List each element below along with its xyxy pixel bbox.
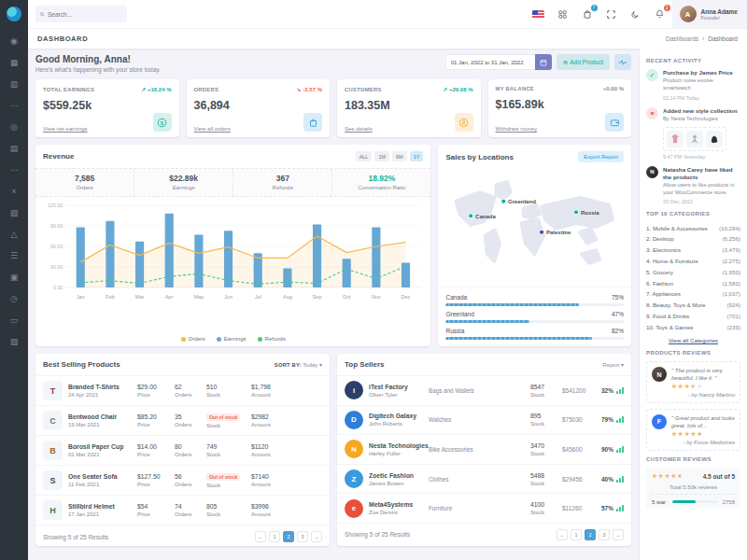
seller-company[interactable]: Nesta Technologies (369, 442, 429, 449)
product-name[interactable]: One Seater Sofa (68, 473, 137, 480)
tables-icon[interactable]: ▣ (10, 267, 19, 288)
category-row[interactable]: 4. Home & Furniture(2,275) (646, 256, 740, 267)
marker-palestine[interactable]: Palestine (546, 230, 571, 235)
seller-company[interactable]: iTest Factory (369, 384, 429, 390)
products-sort-dropdown[interactable]: SORT BY: Today ▾ (275, 361, 322, 368)
activity-item[interactable]: ♥ Added new style collection By Nesta Te… (646, 107, 740, 160)
app-logo-icon[interactable] (7, 7, 21, 21)
product-name[interactable]: Stillbird Helmet (68, 503, 137, 510)
activity-item[interactable]: N Natasha Carey have liked the products … (646, 166, 740, 205)
components-icon[interactable]: × (11, 181, 16, 203)
seller-row[interactable]: N Nesta TechnologiesHarley Fuller Bike A… (337, 434, 631, 464)
product-row[interactable]: C Bentwood Chair19 Mar 2021 $85.20Price … (35, 405, 330, 435)
seller-company[interactable]: Zoetic Fashion (369, 472, 429, 479)
user-menu[interactable]: A Anna Adame Founder (672, 0, 747, 28)
category-row[interactable]: 10. Toys & Games(239) (646, 321, 740, 332)
bag-thumb[interactable] (706, 131, 723, 147)
auth-icon[interactable]: ◎ (10, 117, 18, 138)
dark-mode-moon-icon[interactable] (629, 7, 642, 21)
category-row[interactable]: 2. Desktop(6,256) (646, 233, 740, 245)
substat-ratio-label: Conversation Ratio (332, 185, 430, 190)
seller-row[interactable]: e Meta4SystemsZoe Dennis Furniture 4100S… (337, 493, 631, 523)
product-row[interactable]: B Borosil Paper Cup01 Mar 2021 $14.00Pri… (35, 435, 330, 465)
maps-icon[interactable]: ▨ (10, 331, 19, 353)
seller-row[interactable]: Z Zoetic FashionJames Bowen Clothes 5488… (337, 464, 631, 494)
search-input[interactable] (48, 11, 122, 18)
review-card[interactable]: N " The product is very beautiful. I lik… (646, 361, 740, 403)
seller-row[interactable]: D Digitech GalaxyJohn Roberts Watches 89… (337, 405, 631, 435)
widgets-icon[interactable]: ▭ (10, 310, 19, 331)
business-icon[interactable]: ▧ (10, 203, 19, 224)
category-row[interactable]: 9. Food & Drinks(701) (646, 311, 740, 322)
range-all-button[interactable]: ALL (356, 151, 373, 161)
page-prev-button[interactable]: ← (255, 531, 266, 542)
seller-row[interactable]: i iTest FactoryOliver Tyler Bags and Wal… (337, 375, 631, 405)
stat-link[interactable]: View all orders (194, 126, 231, 132)
revenue-title: Revenue (43, 152, 74, 161)
page-3-button[interactable]: 3 (599, 529, 610, 540)
page-1-button[interactable]: 1 (571, 529, 582, 540)
seller-logo: D (345, 411, 363, 429)
marker-greenland[interactable]: Greenland (509, 199, 537, 204)
page-2-button[interactable]: 2 (283, 531, 294, 542)
seller-company[interactable]: Digitech Galaxy (369, 413, 429, 419)
stat-link[interactable]: See details (345, 126, 373, 132)
substat-earnings-value: $22.89k (134, 174, 233, 183)
menu-more2-icon[interactable]: ⋯ (10, 160, 19, 181)
stat-link[interactable]: Withdraw money (496, 126, 538, 132)
category-row[interactable]: 8. Beauty, Toys & More(924) (646, 300, 740, 311)
invoices-icon[interactable]: ☰ (10, 245, 18, 267)
menu-more-icon[interactable]: ⋯ (10, 95, 19, 117)
product-name[interactable]: Bentwood Chair (68, 413, 137, 420)
range-6m-button[interactable]: 6M (392, 151, 407, 161)
range-1m-button[interactable]: 1M (374, 151, 389, 161)
export-report-button[interactable]: Export Report (578, 151, 624, 162)
breadcrumb-root[interactable]: Dashboards (666, 35, 698, 42)
marker-russia[interactable]: Russia (581, 210, 599, 216)
notifications-bell-icon[interactable]: 3 (654, 7, 667, 21)
product-name[interactable]: Branded T-Shirts (68, 384, 137, 390)
global-search[interactable] (35, 6, 127, 22)
page-3-button[interactable]: 3 (297, 531, 308, 542)
page-next-button[interactable]: → (613, 529, 624, 540)
shirt-thumb[interactable] (667, 131, 684, 147)
language-flag-icon[interactable] (532, 7, 545, 21)
camera-tripod-thumb[interactable] (686, 131, 703, 147)
seller-category: Clothes (429, 476, 530, 483)
category-row[interactable]: 1. Mobile & Accessories(10,294) (646, 222, 740, 233)
layouts-icon[interactable]: ▥ (10, 74, 19, 95)
product-name[interactable]: Borosil Paper Cup (68, 443, 137, 450)
range-1y-button[interactable]: 1Y (410, 151, 424, 161)
apps-icon[interactable]: ▦ (10, 52, 19, 74)
category-row[interactable]: 7. Appliances(1,037) (646, 288, 740, 300)
pages-icon[interactable]: ▤ (10, 138, 19, 160)
cart-icon[interactable]: 7 (581, 7, 594, 21)
page-1-button[interactable]: 1 (269, 531, 280, 542)
marker-canada[interactable]: Canada (475, 214, 496, 219)
timeline-icon[interactable]: ◷ (10, 288, 18, 310)
fullscreen-icon[interactable] (605, 7, 618, 21)
category-row[interactable]: 3. Electronics(3,479) (646, 245, 740, 256)
stat-link[interactable]: View net earnings (43, 126, 88, 132)
seller-company[interactable]: Meta4Systems (369, 501, 429, 508)
apps-grid-icon[interactable] (557, 7, 570, 21)
product-row[interactable]: H Stillbird Helmet17 Jan 2021 $54Price 7… (35, 495, 330, 525)
activity-item[interactable]: ✓ Purchase by James Price Product noise … (646, 69, 740, 101)
category-row[interactable]: 5. Grocery(1,950) (646, 266, 740, 277)
view-all-categories-link[interactable]: View all Categories (646, 337, 740, 343)
calendar-button[interactable] (535, 54, 552, 70)
product-row[interactable]: S One Seater Sofa11 Feb 2021 $127.50Pric… (35, 465, 330, 495)
review-card[interactable]: F " Great product and looks great, lots … (646, 409, 740, 451)
sellers-report-dropdown[interactable]: Report ▾ (602, 361, 624, 368)
activity-pulse-button[interactable] (614, 54, 631, 70)
page-prev-button[interactable]: ← (557, 529, 568, 540)
category-row[interactable]: 6. Fashion(1,582) (646, 277, 740, 288)
page-next-button[interactable]: → (311, 531, 322, 542)
add-product-button[interactable]: ⊕ Add Product (557, 54, 610, 70)
lab-icon[interactable]: △ (11, 224, 18, 245)
product-row[interactable]: T Branded T-Shirts24 Apr 2021 $29.00Pric… (35, 375, 330, 405)
date-range-input[interactable] (445, 54, 535, 70)
stat-card-total-earnings: TOTAL EARNINGS ↗ +16.24 % $559.25k View … (35, 79, 179, 137)
page-2-button[interactable]: 2 (585, 529, 596, 540)
dashboards-icon[interactable]: ◉ (10, 31, 18, 52)
